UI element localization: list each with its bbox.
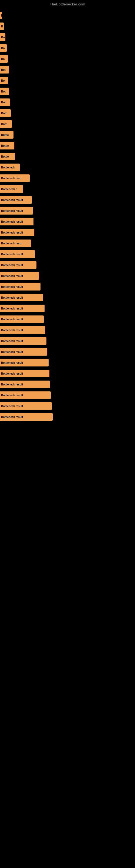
bar-row: Bottleneck result — [0, 292, 135, 303]
bar: Bottleneck result — [0, 283, 41, 290]
bar: Bo — [0, 33, 5, 41]
bar-text: Bottleneck result — [0, 253, 24, 256]
bar: Bottleneck result — [0, 207, 33, 215]
bar-row: B — [0, 21, 135, 32]
bar-text: B — [0, 14, 4, 17]
bar: Bottleneck result — [0, 337, 46, 345]
bar-row: Bo — [0, 42, 135, 54]
bar-text: Bot — [0, 101, 7, 104]
bar: Bottleneck result — [0, 315, 44, 323]
bar: Bot — [0, 88, 9, 95]
bar-row: Bottleneck result — [0, 227, 135, 238]
bar: Bottleneck r — [0, 185, 23, 193]
bar-row: Bott — [0, 119, 135, 129]
bar-text: Bottleneck result — [0, 275, 24, 278]
bar-text: Bott — [0, 123, 8, 126]
bar-text: Bo — [0, 46, 6, 50]
bar-row: Bottleneck — [0, 162, 135, 173]
bar-text: Bottleneck result — [0, 231, 24, 234]
site-title: TheBottlenecker.com — [0, 0, 135, 7]
bar-row: Bottleneck resu — [0, 238, 135, 249]
bar: Bottleneck resu — [0, 175, 30, 182]
bar-text: Bottleneck result — [0, 220, 24, 223]
bar-text: Bottleneck result — [0, 264, 24, 267]
bar-row: Bottleneck result — [0, 390, 135, 401]
bar-row: Bot — [0, 64, 135, 75]
bar-row: Bottleneck result — [0, 314, 135, 325]
bar: Bottle — [0, 142, 14, 150]
bar-row: Bottleneck result — [0, 271, 135, 281]
bar-text: Bot — [0, 90, 7, 93]
bar: Bottleneck result — [0, 305, 45, 312]
bar-text: Bottleneck r — [0, 188, 18, 191]
bar-text: Bottleneck result — [0, 405, 24, 408]
bar: Bottleneck result — [0, 370, 49, 377]
bar-text: Bottle — [0, 133, 10, 136]
bar: Bo — [0, 55, 8, 63]
bar: B — [0, 12, 2, 19]
bar: Bottleneck result — [0, 348, 47, 355]
bar-text: Bottleneck result — [0, 318, 24, 321]
bar-text: Bottleneck result — [0, 285, 24, 288]
bar-text: Bottleneck — [0, 166, 16, 169]
bar-text: Bottleneck result — [0, 296, 24, 299]
bar-row: Bottleneck result — [0, 368, 135, 379]
bar: Bott — [0, 120, 12, 128]
bar-row: Bottleneck result — [0, 194, 135, 205]
bar-row: Bo — [0, 54, 135, 64]
bar: Bottleneck result — [0, 196, 32, 204]
bar-row: Bott — [0, 108, 135, 119]
bar-text: Bottleneck result — [0, 415, 24, 418]
bar-row: Bot — [0, 97, 135, 108]
bar-row: Bottleneck result — [0, 216, 135, 227]
bar: Bottleneck result — [0, 229, 34, 236]
bar-text: Bottle — [0, 144, 10, 147]
bar: Bottle — [0, 131, 13, 138]
bar-row: Bo — [0, 75, 135, 86]
bar-row: Bottleneck result — [0, 357, 135, 368]
bar: Bottleneck result — [0, 413, 53, 421]
bar-text: B — [0, 25, 4, 28]
bar-text: Bottleneck result — [0, 372, 24, 375]
bar-text: Bottleneck result — [0, 209, 24, 212]
bar: Bottleneck — [0, 163, 20, 171]
bar-row: Bottleneck resu — [0, 173, 135, 184]
bar: Bottleneck result — [0, 380, 50, 388]
bar-text: Bottleneck result — [0, 350, 24, 353]
bar: Bot — [0, 98, 10, 106]
bar-row: Bottleneck result — [0, 325, 135, 336]
bar-text: Bottle — [0, 155, 10, 158]
bar-row: Bottle — [0, 140, 135, 151]
bar: Bottleneck result — [0, 250, 35, 258]
bar-row: Bottle — [0, 129, 135, 140]
bar: Bottleneck result — [0, 402, 52, 410]
bar-text: Bottleneck result — [0, 198, 24, 202]
bar: Bottleneck result — [0, 218, 34, 225]
bar: Bottleneck result — [0, 294, 43, 301]
bar: Bottle — [0, 153, 15, 160]
bar-text: Bo — [0, 58, 6, 61]
bar-row: Bottle — [0, 151, 135, 162]
bar-row: Bottleneck result — [0, 411, 135, 422]
bar: Bot — [0, 66, 9, 73]
bar-text: Bottleneck result — [0, 329, 24, 332]
bar: Bottleneck resu — [0, 240, 31, 247]
bar-row: B — [0, 10, 135, 21]
bar-row: Bo — [0, 32, 135, 42]
bar-text: Bottleneck result — [0, 340, 24, 343]
bar-text: Bott — [0, 112, 8, 115]
bar: Bottleneck result — [0, 359, 49, 367]
bar-row: Bottleneck result — [0, 259, 135, 271]
bar-row: Bot — [0, 86, 135, 97]
bar: Bottleneck result — [0, 261, 37, 269]
bar-text: Bottleneck result — [0, 307, 24, 310]
bar: Bottleneck result — [0, 272, 39, 280]
bar: B — [0, 23, 4, 30]
bar-text: Bot — [0, 68, 7, 71]
bar: Bottleneck result — [0, 326, 45, 334]
bar-text: Bottleneck result — [0, 361, 24, 364]
bar-row: Bottleneck result — [0, 379, 135, 390]
bar: Bottleneck result — [0, 392, 51, 399]
bar-row: Bottleneck result — [0, 401, 135, 411]
bar-row: Bottleneck result — [0, 205, 135, 216]
